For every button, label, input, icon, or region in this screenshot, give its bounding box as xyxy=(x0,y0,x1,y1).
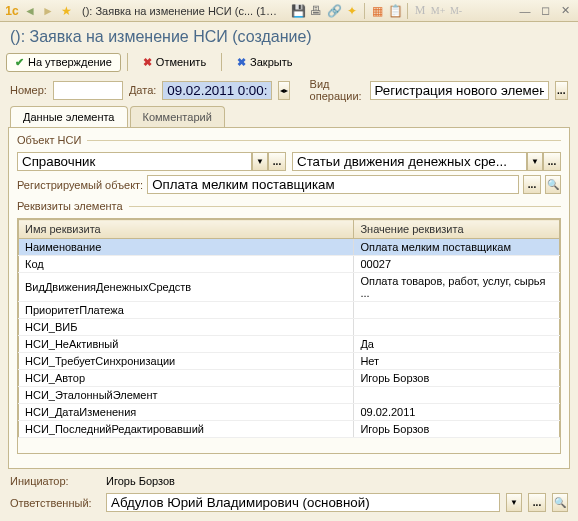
responsible-label: Ответственный: xyxy=(10,497,100,509)
attr-name-cell[interactable]: НСИ_НеАктивный xyxy=(19,336,354,353)
tab-element-data[interactable]: Данные элемента xyxy=(10,106,128,127)
footer: Инициатор: Игорь Борзов Ответственный: ▼… xyxy=(8,472,570,515)
registered-input[interactable] xyxy=(147,175,519,194)
col-value[interactable]: Значение реквизита xyxy=(354,220,560,239)
calendar-icon[interactable]: 📋 xyxy=(387,3,403,19)
tab-comment[interactable]: Комментарий xyxy=(130,106,225,127)
tabs: Данные элемента Комментарий xyxy=(0,106,578,127)
cashflow-dropdown[interactable]: ▼ xyxy=(527,152,543,171)
close-button[interactable]: ✖ Закрыть xyxy=(228,53,301,72)
attr-value-cell[interactable]: Нет xyxy=(354,353,560,370)
attr-name-cell[interactable]: НСИ_ДатаИзменения xyxy=(19,404,354,421)
table-row[interactable]: ВидДвиженияДенежныхСредствОплата товаров… xyxy=(19,273,560,302)
group-object-title: Объект НСИ xyxy=(17,134,87,146)
separator xyxy=(127,53,128,71)
attr-value-cell[interactable]: Да xyxy=(354,336,560,353)
responsible-dropdown[interactable]: ▼ xyxy=(506,493,522,512)
memory-m-icon[interactable]: M xyxy=(412,3,428,19)
date-input[interactable] xyxy=(162,81,272,100)
attr-name-cell[interactable]: ВидДвиженияДенежныхСредств xyxy=(19,273,354,302)
attributes-table[interactable]: Имя реквизита Значение реквизита Наимено… xyxy=(18,219,560,438)
object-type-select[interactable]: ... xyxy=(268,152,286,171)
header-form-row: Номер: Дата: ◂▸ Вид операции: ... xyxy=(0,74,578,106)
attr-value-cell[interactable]: Оплата мелким поставщикам xyxy=(354,239,560,256)
group-attrs-title: Реквизиты элемента xyxy=(17,200,129,212)
table-row[interactable]: НСИ_ЭталонныйЭлемент xyxy=(19,387,560,404)
maximize-button[interactable]: ◻ xyxy=(536,3,554,19)
date-label: Дата: xyxy=(129,84,156,96)
save-icon[interactable]: 💾 xyxy=(290,3,306,19)
memory-mminus-icon[interactable]: M- xyxy=(448,3,464,19)
window-close-button[interactable]: ✕ xyxy=(556,3,574,19)
approve-button[interactable]: ✔ На утверждение xyxy=(6,53,121,72)
approve-label: На утверждение xyxy=(28,56,112,68)
attr-value-cell[interactable] xyxy=(354,387,560,404)
table-row[interactable]: НСИ_АвторИгорь Борзов xyxy=(19,370,560,387)
attr-name-cell[interactable]: НСИ_ВИБ xyxy=(19,319,354,336)
number-label: Номер: xyxy=(10,84,47,96)
initiator-value: Игорь Борзов xyxy=(106,475,175,487)
attr-value-cell[interactable] xyxy=(354,319,560,336)
attr-value-cell[interactable]: 00027 xyxy=(354,256,560,273)
table-row[interactable]: ПриоритетПлатежа xyxy=(19,302,560,319)
group-attributes: Реквизиты элемента Имя реквизита Значени… xyxy=(17,200,561,456)
close-icon: ✖ xyxy=(237,56,246,69)
separator xyxy=(221,53,222,71)
table-row[interactable]: НСИ_НеАктивныйДа xyxy=(19,336,560,353)
app-1c-icon: 1c xyxy=(4,3,20,19)
minimize-button[interactable]: — xyxy=(516,3,534,19)
star-add-icon[interactable]: ✦ xyxy=(344,3,360,19)
favorite-star-icon[interactable]: ★ xyxy=(58,3,74,19)
number-input[interactable] xyxy=(53,81,123,100)
cashflow-select[interactable]: ... xyxy=(543,152,561,171)
attr-value-cell[interactable]: Оплата товаров, работ, услуг, сырья ... xyxy=(354,273,560,302)
object-type-dropdown[interactable]: ▼ xyxy=(252,152,268,171)
separator xyxy=(407,3,408,19)
col-name[interactable]: Имя реквизита xyxy=(19,220,354,239)
page-title: (): Заявка на изменение НСИ (создание) xyxy=(10,28,568,46)
window-titlebar: 1c ◄ ► ★ (): Заявка на изменение НСИ (с.… xyxy=(0,0,578,22)
attr-value-cell[interactable]: Игорь Борзов xyxy=(354,370,560,387)
attr-name-cell[interactable]: НСИ_ТребуетСинхронизации xyxy=(19,353,354,370)
registered-label: Регистрируемый объект: xyxy=(17,179,143,191)
responsible-select[interactable]: ... xyxy=(528,493,546,512)
responsible-input[interactable] xyxy=(106,493,500,512)
nav-back-icon[interactable]: ◄ xyxy=(22,3,38,19)
memory-mplus-icon[interactable]: M+ xyxy=(430,3,446,19)
table-row[interactable]: НСИ_ПоследнийРедактировавшийИгорь Борзов xyxy=(19,421,560,438)
separator xyxy=(364,3,365,19)
nav-fwd-icon[interactable]: ► xyxy=(40,3,56,19)
attr-name-cell[interactable]: НСИ_Автор xyxy=(19,370,354,387)
attr-name-cell[interactable]: НСИ_ПоследнийРедактировавший xyxy=(19,421,354,438)
registered-select[interactable]: ... xyxy=(523,175,541,194)
table-row[interactable]: НСИ_ВИБ xyxy=(19,319,560,336)
attr-value-cell[interactable]: Игорь Борзов xyxy=(354,421,560,438)
initiator-label: Инициатор: xyxy=(10,475,100,487)
operation-input[interactable] xyxy=(370,81,549,100)
link-chain-icon[interactable]: 🔗 xyxy=(326,3,342,19)
attr-name-cell[interactable]: Код xyxy=(19,256,354,273)
attr-value-cell[interactable]: 09.02.2011 xyxy=(354,404,560,421)
cashflow-input[interactable] xyxy=(292,152,527,171)
attr-name-cell[interactable]: Наименование xyxy=(19,239,354,256)
group-object: Объект НСИ ▼ ... ▼ ... Регистрируемый об… xyxy=(17,134,561,196)
registered-search-icon[interactable]: 🔍 xyxy=(545,175,561,194)
attr-value-cell[interactable] xyxy=(354,302,560,319)
date-stepper[interactable]: ◂▸ xyxy=(278,81,290,100)
table-row[interactable]: НСИ_ДатаИзменения09.02.2011 xyxy=(19,404,560,421)
page-header: (): Заявка на изменение НСИ (создание) xyxy=(0,22,578,50)
window-title: (): Заявка на изменение НСИ (с... (1С:Пр… xyxy=(82,5,282,17)
responsible-search-icon[interactable]: 🔍 xyxy=(552,493,568,512)
cross-icon: ✖ xyxy=(143,56,152,69)
cancel-button[interactable]: ✖ Отменить xyxy=(134,53,215,72)
table-row[interactable]: НСИ_ТребуетСинхронизацииНет xyxy=(19,353,560,370)
attr-name-cell[interactable]: ПриоритетПлатежа xyxy=(19,302,354,319)
object-type-input[interactable] xyxy=(17,152,252,171)
attr-name-cell[interactable]: НСИ_ЭталонныйЭлемент xyxy=(19,387,354,404)
operation-select-button[interactable]: ... xyxy=(555,81,569,100)
action-toolbar: ✔ На утверждение ✖ Отменить ✖ Закрыть xyxy=(0,50,578,74)
print-icon[interactable]: 🖶 xyxy=(308,3,324,19)
table-row[interactable]: НаименованиеОплата мелким поставщикам xyxy=(19,239,560,256)
table-row[interactable]: Код00027 xyxy=(19,256,560,273)
grid-icon[interactable]: ▦ xyxy=(369,3,385,19)
